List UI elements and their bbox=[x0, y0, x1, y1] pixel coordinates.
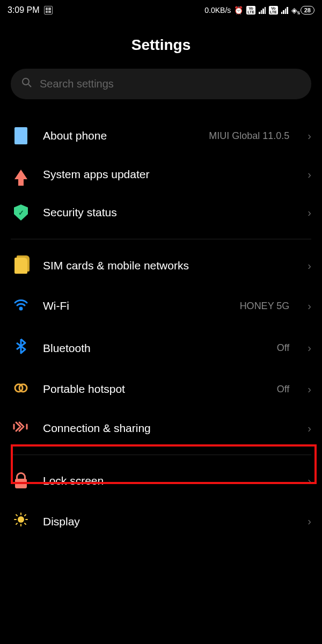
connection-icon bbox=[13, 420, 29, 436]
item-system-apps-updater[interactable]: System apps updater › bbox=[0, 156, 322, 193]
page-title: Settings bbox=[0, 36, 322, 54]
volte-badge-2: VoLTE bbox=[269, 6, 278, 14]
status-bar: 3:09 PM 0.0KB/s ⏰ VoLTE VoLTE ◈⇅ 28 bbox=[0, 0, 322, 20]
svg-point-5 bbox=[18, 516, 24, 523]
data-rate: 0.0KB/s bbox=[204, 6, 231, 14]
status-right: 0.0KB/s ⏰ VoLTE VoLTE ◈⇅ 28 bbox=[204, 6, 314, 14]
svg-line-12 bbox=[25, 515, 26, 516]
item-label: About phone bbox=[43, 129, 197, 142]
chevron-right-icon: › bbox=[308, 383, 311, 396]
chevron-right-icon: › bbox=[308, 475, 311, 487]
signal-icon-1 bbox=[259, 6, 266, 14]
svg-point-2 bbox=[20, 308, 23, 310]
item-value: HONEY 5G bbox=[240, 301, 290, 312]
lock-icon bbox=[15, 479, 27, 488]
item-value: MIUI Global 11.0.5 bbox=[209, 130, 289, 142]
chevron-right-icon: › bbox=[308, 342, 311, 354]
status-left: 3:09 PM bbox=[8, 5, 53, 15]
wifi-icon bbox=[13, 297, 28, 314]
chevron-right-icon: › bbox=[308, 422, 311, 435]
item-label: Security status bbox=[43, 206, 289, 219]
divider bbox=[11, 239, 311, 239]
item-label: Connection & sharing bbox=[43, 422, 289, 435]
item-bluetooth[interactable]: Bluetooth Off › bbox=[0, 326, 322, 370]
volte-badge-1: VoLTE bbox=[246, 6, 255, 14]
chevron-right-icon: › bbox=[308, 260, 311, 272]
chevron-right-icon: › bbox=[308, 300, 311, 312]
hotspot-icon bbox=[13, 382, 29, 397]
item-wifi[interactable]: Wi-Fi HONEY 5G › bbox=[0, 286, 322, 326]
svg-point-0 bbox=[23, 78, 29, 85]
arrow-up-icon bbox=[14, 170, 27, 179]
chevron-right-icon: › bbox=[308, 515, 311, 528]
alarm-icon: ⏰ bbox=[234, 6, 243, 14]
search-bar[interactable] bbox=[11, 69, 311, 99]
bluetooth-icon bbox=[16, 338, 26, 358]
shield-icon: ✓ bbox=[14, 204, 28, 221]
item-about-phone[interactable]: About phone MIUI Global 11.0.5 › bbox=[0, 115, 322, 156]
svg-line-13 bbox=[16, 523, 17, 524]
chevron-right-icon: › bbox=[308, 130, 311, 142]
item-label: Bluetooth bbox=[43, 342, 265, 355]
wifi-status-icon: ◈⇅ bbox=[291, 6, 297, 14]
chevron-right-icon: › bbox=[308, 169, 311, 181]
status-time: 3:09 PM bbox=[8, 5, 40, 15]
item-label: Lock screen bbox=[43, 474, 289, 487]
item-display[interactable]: Display › bbox=[0, 500, 322, 543]
search-input[interactable] bbox=[40, 78, 301, 90]
item-value: Off bbox=[277, 342, 290, 354]
item-label: Display bbox=[43, 515, 289, 528]
item-label: Wi-Fi bbox=[43, 299, 228, 312]
item-label: System apps updater bbox=[43, 168, 289, 181]
item-security-status[interactable]: ✓ Security status › bbox=[0, 193, 322, 232]
item-label: SIM cards & mobile networks bbox=[43, 259, 289, 272]
svg-line-1 bbox=[28, 84, 31, 87]
chevron-right-icon: › bbox=[308, 207, 311, 219]
signal-icon-2 bbox=[281, 6, 288, 14]
item-connection-sharing[interactable]: Connection & sharing › bbox=[0, 408, 322, 448]
divider bbox=[11, 455, 311, 455]
settings-list: About phone MIUI Global 11.0.5 › System … bbox=[0, 115, 322, 543]
item-value: Off bbox=[277, 384, 290, 395]
search-icon bbox=[21, 77, 32, 91]
item-sim-cards[interactable]: SIM cards & mobile networks › bbox=[0, 246, 322, 286]
app-grid-icon bbox=[44, 6, 53, 14]
item-lock-screen[interactable]: Lock screen › bbox=[0, 462, 322, 500]
battery-icon: 28 bbox=[301, 6, 314, 14]
item-portable-hotspot[interactable]: Portable hotspot Off › bbox=[0, 370, 322, 408]
svg-line-11 bbox=[25, 523, 26, 524]
sim-icon bbox=[14, 258, 27, 274]
phone-icon bbox=[14, 127, 27, 144]
item-label: Portable hotspot bbox=[43, 383, 265, 396]
svg-line-10 bbox=[16, 515, 17, 516]
sun-icon bbox=[13, 512, 28, 531]
